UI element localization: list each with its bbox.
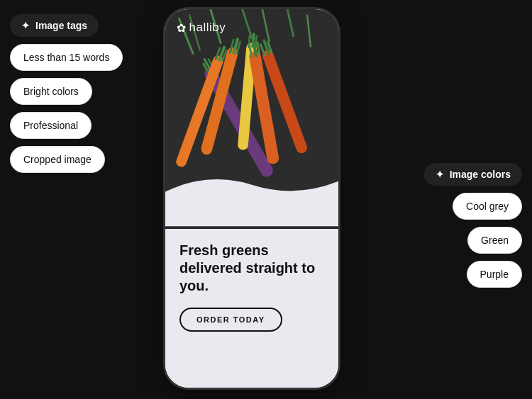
- phone-image-area: ✿ halliby: [165, 9, 338, 229]
- phone-content: Fresh greens delivered straight to you. …: [165, 229, 338, 388]
- brand-logo: ✿ halliby: [177, 21, 226, 35]
- color-purple[interactable]: Purple: [467, 261, 522, 288]
- phone-headline: Fresh greens delivered straight to you.: [179, 242, 324, 295]
- sparkle-icon-right: ✦: [436, 169, 444, 180]
- tag-less-than-15-words[interactable]: Less than 15 words: [10, 44, 123, 71]
- image-colors-label: Image colors: [450, 169, 511, 180]
- carrot-illustration: [165, 9, 338, 229]
- right-panel: ✦ Image colors Cool grey Green Purple: [424, 163, 522, 288]
- color-green[interactable]: Green: [467, 227, 522, 254]
- left-panel: ✦ Image tags Less than 15 words Bright c…: [10, 14, 123, 173]
- order-today-button[interactable]: ORDER TODAY: [179, 308, 282, 332]
- image-tags-header: ✦ Image tags: [10, 14, 99, 37]
- tag-cropped-image[interactable]: Cropped image: [10, 146, 105, 173]
- color-cool-grey[interactable]: Cool grey: [453, 193, 522, 220]
- tag-bright-colors[interactable]: Bright colors: [10, 78, 92, 105]
- image-colors-header: ✦ Image colors: [424, 163, 522, 186]
- phone-mockup: ✿ halliby Fresh greens delivered straigh…: [163, 7, 340, 390]
- image-tags-label: Image tags: [35, 20, 87, 31]
- tag-professional[interactable]: Professional: [10, 112, 92, 139]
- sparkle-icon: ✦: [21, 20, 30, 31]
